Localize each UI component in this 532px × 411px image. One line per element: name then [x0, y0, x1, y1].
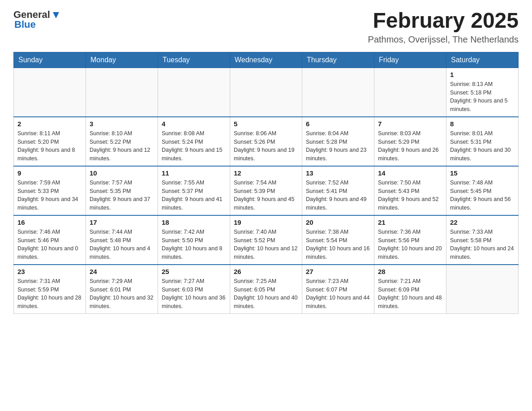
table-row: 28Sunrise: 7:21 AMSunset: 6:09 PMDayligh…: [374, 265, 446, 314]
day-number: 22: [450, 218, 515, 226]
header-thursday: Thursday: [302, 52, 374, 68]
day-number: 3: [90, 120, 154, 128]
table-row: 13Sunrise: 7:52 AMSunset: 5:41 PMDayligh…: [302, 166, 374, 215]
day-info: Sunrise: 8:01 AMSunset: 5:31 PMDaylight:…: [450, 129, 515, 163]
day-info: Sunrise: 8:10 AMSunset: 5:22 PMDaylight:…: [90, 129, 154, 163]
header-wednesday: Wednesday: [230, 52, 302, 68]
day-number: 18: [162, 218, 226, 226]
day-info: Sunrise: 8:06 AMSunset: 5:26 PMDaylight:…: [234, 129, 298, 163]
day-info: Sunrise: 7:44 AMSunset: 5:48 PMDaylight:…: [90, 228, 154, 261]
day-info: Sunrise: 7:29 AMSunset: 6:01 PMDaylight:…: [90, 277, 154, 311]
day-info: Sunrise: 7:46 AMSunset: 5:46 PMDaylight:…: [17, 228, 82, 261]
day-info: Sunrise: 7:52 AMSunset: 5:41 PMDaylight:…: [306, 179, 370, 212]
day-number: 25: [162, 268, 226, 275]
day-number: 17: [90, 218, 154, 226]
calendar-title: February 2025: [368, 9, 519, 33]
day-number: 21: [378, 218, 442, 226]
header-tuesday: Tuesday: [158, 52, 230, 68]
table-row: [230, 68, 302, 117]
table-row: 23Sunrise: 7:31 AMSunset: 5:59 PMDayligh…: [14, 265, 86, 314]
day-number: 19: [234, 218, 298, 226]
day-info: Sunrise: 7:23 AMSunset: 6:07 PMDaylight:…: [306, 277, 370, 311]
day-number: 16: [17, 218, 82, 226]
day-info: Sunrise: 7:54 AMSunset: 5:39 PMDaylight:…: [234, 179, 298, 212]
page-header: General Blue February 2025 Pathmos, Over…: [13, 9, 519, 45]
table-row: 8Sunrise: 8:01 AMSunset: 5:31 PMDaylight…: [446, 117, 519, 166]
calendar-week-row: 23Sunrise: 7:31 AMSunset: 5:59 PMDayligh…: [14, 265, 519, 314]
table-row: 7Sunrise: 8:03 AMSunset: 5:29 PMDaylight…: [374, 117, 446, 166]
table-row: 22Sunrise: 7:33 AMSunset: 5:58 PMDayligh…: [446, 215, 519, 265]
table-row: [86, 68, 158, 117]
table-row: 21Sunrise: 7:36 AMSunset: 5:56 PMDayligh…: [374, 215, 446, 265]
day-info: Sunrise: 7:31 AMSunset: 5:59 PMDaylight:…: [17, 277, 82, 311]
day-info: Sunrise: 8:13 AMSunset: 5:18 PMDaylight:…: [450, 80, 515, 114]
table-row: 2Sunrise: 8:11 AMSunset: 5:20 PMDaylight…: [14, 117, 86, 166]
calendar-week-row: 1Sunrise: 8:13 AMSunset: 5:18 PMDaylight…: [14, 68, 519, 117]
day-info: Sunrise: 7:33 AMSunset: 5:58 PMDaylight:…: [450, 228, 515, 261]
header-sunday: Sunday: [14, 52, 86, 68]
table-row: 25Sunrise: 7:27 AMSunset: 6:03 PMDayligh…: [158, 265, 230, 314]
day-number: 26: [234, 268, 298, 275]
title-section: February 2025 Pathmos, Overijssel, The N…: [368, 9, 519, 45]
table-row: 12Sunrise: 7:54 AMSunset: 5:39 PMDayligh…: [230, 166, 302, 215]
day-number: 20: [306, 218, 370, 226]
table-row: [158, 68, 230, 117]
day-number: 8: [450, 120, 515, 128]
day-number: 24: [90, 268, 154, 275]
day-number: 6: [306, 120, 370, 128]
calendar-week-row: 16Sunrise: 7:46 AMSunset: 5:46 PMDayligh…: [14, 215, 519, 265]
table-row: 16Sunrise: 7:46 AMSunset: 5:46 PMDayligh…: [14, 215, 86, 265]
table-row: 17Sunrise: 7:44 AMSunset: 5:48 PMDayligh…: [86, 215, 158, 265]
table-row: [14, 68, 86, 117]
table-row: 3Sunrise: 8:10 AMSunset: 5:22 PMDaylight…: [86, 117, 158, 166]
table-row: 9Sunrise: 7:59 AMSunset: 5:33 PMDaylight…: [14, 166, 86, 215]
day-info: Sunrise: 8:08 AMSunset: 5:24 PMDaylight:…: [162, 129, 226, 163]
table-row: 4Sunrise: 8:08 AMSunset: 5:24 PMDaylight…: [158, 117, 230, 166]
logo-triangle-icon: [51, 10, 61, 20]
day-number: 11: [162, 169, 226, 177]
table-row: 5Sunrise: 8:06 AMSunset: 5:26 PMDaylight…: [230, 117, 302, 166]
day-info: Sunrise: 7:27 AMSunset: 6:03 PMDaylight:…: [162, 277, 226, 311]
table-row: 20Sunrise: 7:38 AMSunset: 5:54 PMDayligh…: [302, 215, 374, 265]
day-info: Sunrise: 7:59 AMSunset: 5:33 PMDaylight:…: [17, 179, 82, 212]
day-number: 2: [17, 120, 82, 128]
day-number: 4: [162, 120, 226, 128]
table-row: [374, 68, 446, 117]
day-number: 12: [234, 169, 298, 177]
table-row: 19Sunrise: 7:40 AMSunset: 5:52 PMDayligh…: [230, 215, 302, 265]
header-monday: Monday: [86, 52, 158, 68]
day-number: 1: [450, 71, 515, 78]
day-info: Sunrise: 7:48 AMSunset: 5:45 PMDaylight:…: [450, 179, 515, 212]
day-number: 7: [378, 120, 442, 128]
day-info: Sunrise: 7:57 AMSunset: 5:35 PMDaylight:…: [90, 179, 154, 212]
calendar-subtitle: Pathmos, Overijssel, The Netherlands: [368, 34, 519, 45]
day-info: Sunrise: 7:55 AMSunset: 5:37 PMDaylight:…: [162, 179, 226, 212]
table-row: [302, 68, 374, 117]
table-row: 24Sunrise: 7:29 AMSunset: 6:01 PMDayligh…: [86, 265, 158, 314]
table-row: 10Sunrise: 7:57 AMSunset: 5:35 PMDayligh…: [86, 166, 158, 215]
day-number: 27: [306, 268, 370, 275]
header-friday: Friday: [374, 52, 446, 68]
calendar-table: Sunday Monday Tuesday Wednesday Thursday…: [13, 52, 519, 314]
day-info: Sunrise: 7:42 AMSunset: 5:50 PMDaylight:…: [162, 228, 226, 261]
day-info: Sunrise: 7:40 AMSunset: 5:52 PMDaylight:…: [234, 228, 298, 261]
table-row: 14Sunrise: 7:50 AMSunset: 5:43 PMDayligh…: [374, 166, 446, 215]
table-row: 6Sunrise: 8:04 AMSunset: 5:28 PMDaylight…: [302, 117, 374, 166]
header-saturday: Saturday: [446, 52, 519, 68]
table-row: 18Sunrise: 7:42 AMSunset: 5:50 PMDayligh…: [158, 215, 230, 265]
day-info: Sunrise: 8:11 AMSunset: 5:20 PMDaylight:…: [17, 129, 82, 163]
calendar-week-row: 2Sunrise: 8:11 AMSunset: 5:20 PMDaylight…: [14, 117, 519, 166]
day-number: 10: [90, 169, 154, 177]
logo: General Blue: [13, 9, 61, 30]
table-row: [446, 265, 519, 314]
day-number: 15: [450, 169, 515, 177]
day-info: Sunrise: 7:36 AMSunset: 5:56 PMDaylight:…: [378, 228, 442, 261]
day-number: 5: [234, 120, 298, 128]
day-info: Sunrise: 7:38 AMSunset: 5:54 PMDaylight:…: [306, 228, 370, 261]
table-row: 26Sunrise: 7:25 AMSunset: 6:05 PMDayligh…: [230, 265, 302, 314]
day-number: 13: [306, 169, 370, 177]
table-row: 15Sunrise: 7:48 AMSunset: 5:45 PMDayligh…: [446, 166, 519, 215]
calendar-week-row: 9Sunrise: 7:59 AMSunset: 5:33 PMDaylight…: [14, 166, 519, 215]
day-number: 14: [378, 169, 442, 177]
day-info: Sunrise: 7:25 AMSunset: 6:05 PMDaylight:…: [234, 277, 298, 311]
